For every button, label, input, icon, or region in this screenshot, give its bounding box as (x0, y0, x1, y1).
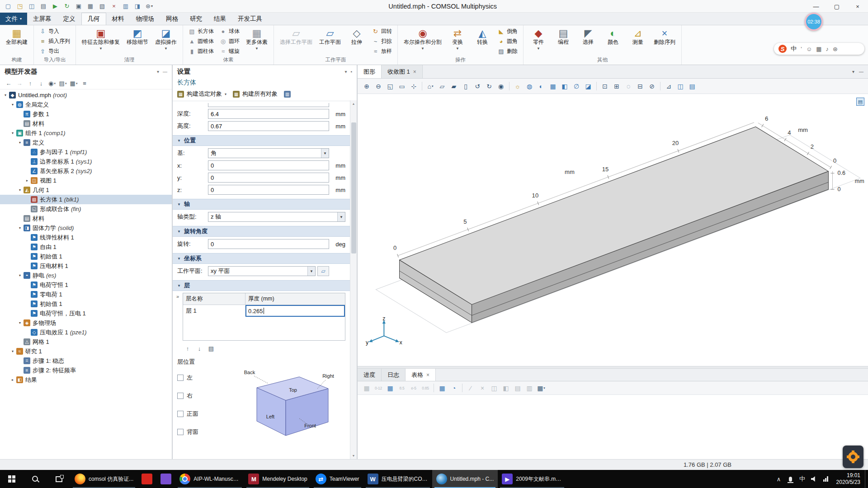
layer-thickness-editor[interactable]: 0.265 (245, 305, 345, 317)
ribbon-tab-developer[interactable]: 开发工具 (232, 13, 268, 25)
taskbar-app-chrome[interactable]: AIP-WL-Manuscri... (175, 470, 244, 488)
search-button[interactable] (24, 470, 47, 488)
back-button[interactable]: ← (4, 79, 14, 89)
more-primitives-button[interactable]: ▦更多体素▼ (243, 27, 270, 56)
extrude-button[interactable]: ◇拉伸 (345, 27, 368, 56)
zoom-extents-button[interactable]: ◱ (385, 81, 396, 92)
edit-row-button[interactable]: ∕ (465, 383, 476, 394)
task-view-button[interactable] (47, 470, 71, 488)
hold-table-button[interactable]: ▤ (512, 383, 523, 394)
copy-button[interactable]: ▣ (73, 1, 84, 11)
close-icon[interactable]: × (847, 0, 868, 13)
hide-objects-button[interactable]: ∅ (571, 81, 582, 92)
precision-settings-button[interactable]: ▦ (361, 383, 372, 394)
taskbar-app-purple-app[interactable] (156, 470, 175, 488)
expand-arrow-icon[interactable]: ▸ (24, 178, 30, 183)
tree-item-charge-conservation-1[interactable]: ⚑电荷守恒 1 (0, 280, 172, 290)
section-coordinate-system[interactable]: ▼坐标系 (173, 253, 350, 264)
format-0-12-button[interactable]: 0-12 (373, 383, 384, 394)
ime-language-indicator[interactable]: 中 (791, 45, 797, 53)
maximize-icon[interactable]: ▢ (826, 0, 847, 13)
taskbar-app-mendeley[interactable]: MMendeley Desktop (244, 470, 311, 488)
punctuation-icon[interactable]: ’ (801, 46, 802, 52)
settings-scrollbar[interactable]: ▲ ▼ (350, 100, 357, 459)
tree-item-block-1[interactable]: ▧长方体 1(blk1) (0, 195, 172, 204)
minimize-icon[interactable]: — (806, 0, 826, 13)
layer-side-left-option[interactable]: 左 (177, 372, 231, 383)
cone-button[interactable]: ▲圆锥体 (186, 37, 216, 46)
taskbar-app-teamviewer[interactable]: ⇄TeamViewer (311, 470, 363, 488)
format-085-button[interactable]: 0.85 (420, 383, 431, 394)
move-up-button[interactable]: ↑ (25, 79, 35, 89)
info-tab-table[interactable]: 表格× (406, 369, 436, 381)
revolve-button[interactable]: ↻回转 (370, 27, 394, 36)
section-layers[interactable]: ▼层 (173, 280, 350, 291)
fly-view-button[interactable]: ◉ (495, 81, 506, 92)
tree-item-results[interactable]: ▸◧结果 (0, 375, 172, 385)
selections-button[interactable]: ◤选择 (576, 27, 600, 56)
build-selected-button[interactable]: ▦ 构建选定对象 ▾ (177, 90, 226, 98)
export-table-button[interactable]: ◧ (500, 383, 511, 394)
new-button[interactable]: ▢ (3, 1, 14, 11)
rotate-ccw-button[interactable]: ↺ (472, 81, 483, 92)
conversions-button[interactable]: ◭转换 (471, 27, 494, 56)
tree-item-mesh-1[interactable]: △网格 1 (0, 337, 172, 347)
programming-button[interactable]: ▤编程 (552, 27, 575, 56)
ribbon-tab-materials[interactable]: 材料 (106, 13, 130, 25)
windows-button[interactable]: ▥ (120, 1, 131, 11)
helix-button[interactable]: ≈螺旋 (217, 47, 242, 56)
remove-details-button[interactable]: ◩移除细节 (124, 27, 151, 56)
delete-row-button[interactable]: × (477, 383, 488, 394)
scroll-down-icon[interactable]: ▼ (352, 452, 355, 459)
ribbon-tab-results[interactable]: 结果 (208, 13, 232, 25)
graphics-tab-graphics[interactable]: 图形 (358, 65, 382, 78)
collapse-arrow-icon[interactable]: ▾ (17, 226, 23, 230)
tree-item-base-vector-system-2[interactable]: ∠基矢坐标系 2(sys2) (0, 166, 172, 176)
virtual-operations-button[interactable]: ◪虚拟操作▼ (152, 27, 179, 56)
back-checkbox[interactable] (177, 429, 184, 435)
right-checkbox[interactable] (177, 393, 184, 399)
tree-item-root[interactable]: ▾◆Untitled.mph(root) (0, 90, 172, 100)
work-plane-select[interactable]: xy 平面▼ (208, 266, 316, 276)
environment-reflections-button[interactable]: ◍ (524, 81, 535, 92)
update-solution-button[interactable]: ↻ (61, 1, 72, 11)
loft-button[interactable]: ≈放样 (370, 47, 394, 56)
clip-plane-button[interactable]: ◪ (583, 81, 594, 92)
parts-button[interactable]: ◆零件▼ (527, 27, 550, 56)
collapse-arrow-icon[interactable]: ▾ (17, 321, 23, 325)
tree-item-piezoelectric-material-1[interactable]: ⚑压电材料 1 (0, 261, 172, 271)
transparency-button[interactable]: ◐ (536, 81, 547, 92)
copy-table-button[interactable]: ◫ (489, 383, 500, 394)
view-zx-button[interactable]: ▯ (460, 81, 471, 92)
tray-chevron-icon[interactable]: ∧ (773, 470, 785, 488)
layer-thickness-cell[interactable]: 0.265 (245, 305, 345, 317)
mic-icon[interactable]: ♪ (826, 46, 829, 52)
rotation-field[interactable] (208, 239, 329, 249)
taskbar-app-media-player[interactable]: ▶2009年文献串.mp... (498, 470, 566, 488)
tree-item-initial-values-solid-1[interactable]: ⚑初始值 1 (0, 252, 172, 261)
build-all-button[interactable]: ▦全部构建 (3, 27, 30, 56)
ribbon-tab-physics[interactable]: 物理场 (130, 13, 160, 25)
delete-sequence-button[interactable]: ×删除序列 (651, 27, 678, 56)
taskbar-clock[interactable]: 19:012020/5/23 (832, 472, 865, 486)
scrollbar-thumb[interactable] (351, 122, 356, 253)
import-button[interactable]: ⇩导入 (37, 27, 72, 36)
print-button[interactable]: ▤ (38, 1, 49, 11)
section-position[interactable]: ▼位置 (173, 135, 350, 146)
snapshot-button[interactable]: ◫ (675, 81, 686, 92)
move-down-button[interactable]: ↓ (36, 79, 46, 89)
tree-item-charge-conservation-piezoelectric-1[interactable]: ⚑电荷守恒，压电 1 (0, 309, 172, 318)
go-to-default-view-button[interactable]: ⌂▾ (425, 81, 436, 92)
sweep-button[interactable]: ~扫掠 (370, 37, 394, 46)
show-work-plane-button[interactable]: ▱ (317, 266, 329, 276)
options-button[interactable]: ⊛▾ (144, 1, 155, 11)
toolbox-icon[interactable]: ⊛ (833, 46, 838, 52)
build-all-icon-button[interactable]: ▥ (284, 91, 291, 98)
expand-arrow-icon[interactable]: ▸ (10, 378, 15, 382)
info-tab-log[interactable]: 日志 (382, 369, 406, 381)
depth-field[interactable] (208, 109, 329, 119)
tree-item-free-1[interactable]: ⚑自由 1 (0, 242, 172, 252)
color-button[interactable]: ◐颜色 (601, 27, 625, 56)
plot-window-icon[interactable]: ▤ (856, 98, 864, 106)
ribbon-tab-geometry[interactable]: 几何 (81, 13, 106, 25)
